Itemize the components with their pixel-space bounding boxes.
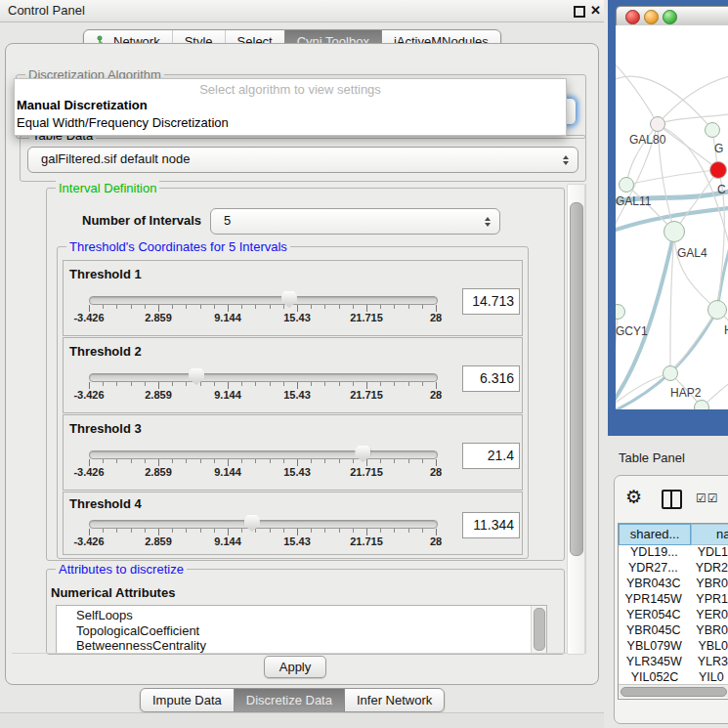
threshold-2-label: Threshold 2 <box>69 344 142 359</box>
slider-tick <box>103 529 104 533</box>
threshold-4-value-field[interactable]: 11.344 <box>462 512 520 538</box>
threshold-3-slider[interactable] <box>89 450 438 459</box>
dropdown-option-equal-width-frequency[interactable]: Equal Width/Frequency Discretization <box>15 114 566 132</box>
slider-tick-label: 15.43 <box>283 535 311 547</box>
table-row[interactable]: YLR345WYLR3 <box>619 655 728 670</box>
zoom-traffic-light[interactable] <box>663 10 677 24</box>
table-row[interactable]: YDL19...YDL1 <box>619 545 728 561</box>
slider-tick <box>366 529 367 535</box>
table-horizontal-scrollbar-thumb[interactable] <box>621 687 727 697</box>
slider-tick <box>255 459 256 463</box>
table-row[interactable]: YPR145WYPR1 <box>619 592 728 608</box>
threshold-4-slider[interactable] <box>89 520 438 529</box>
tab-infer-network[interactable]: Infer Network <box>344 689 444 711</box>
threshold-2-slider[interactable] <box>89 373 438 382</box>
tab-infer-network-label: Infer Network <box>357 689 432 711</box>
combo-arrows-icon <box>563 155 569 165</box>
threshold-2-tick-labels: -3.4262.8599.14415.4321.71528 <box>64 389 522 402</box>
columns-icon[interactable] <box>662 490 682 509</box>
table-row[interactable]: YBR045CYBR0 <box>619 623 728 639</box>
network-edges <box>616 25 728 409</box>
table-row[interactable]: YDR27...YDR2 <box>619 561 728 577</box>
threshold-3-value-field[interactable]: 21.4 <box>462 443 520 469</box>
table-row[interactable]: YIL052CYIL0 <box>619 670 728 684</box>
cell-name: YDR2 <box>688 561 728 577</box>
slider-tick-label: -3.426 <box>73 466 104 478</box>
close-traffic-light[interactable] <box>625 10 640 24</box>
slider-tick <box>339 305 340 309</box>
tab-impute-data[interactable]: Impute Data <box>141 689 234 711</box>
gear-icon[interactable]: ⚙ <box>625 486 642 508</box>
slider-tick <box>241 459 242 463</box>
slider-tick-label: 28 <box>430 535 442 547</box>
number-of-intervals-combo[interactable]: 5 <box>210 208 500 235</box>
attribute-item[interactable]: BetweennessCentrality <box>57 638 546 654</box>
network-canvas: GAL80GCGAL11GAL4GCY1HHAP2 <box>616 25 728 409</box>
slider-tick <box>270 529 271 533</box>
slider-tick <box>311 459 312 463</box>
threshold-1-value-field[interactable]: 14.713 <box>462 288 520 315</box>
slider-tick <box>255 382 256 386</box>
close-icon[interactable]: ✕ <box>590 3 601 18</box>
checkboxes-icon[interactable]: ☑☑ <box>696 492 719 505</box>
table-row[interactable]: YBR043CYBR0 <box>619 577 728 592</box>
slider-tick <box>214 382 215 386</box>
slider-tick-label: 21.715 <box>350 535 383 547</box>
slider-tick <box>241 529 242 533</box>
control-panel-title: Control Panel <box>8 3 85 18</box>
network-node-c[interactable] <box>709 161 727 179</box>
slider-tick <box>200 529 201 533</box>
attributes-group-title: Attributes to discretize <box>56 562 187 577</box>
float-window-icon[interactable] <box>574 6 585 18</box>
table-data-combo[interactable]: galFiltered.sif default node <box>27 147 578 173</box>
cell-name: YDL1 <box>690 545 728 561</box>
slider-tick <box>436 459 437 466</box>
attribute-item[interactable]: TopologicalCoefficient <box>57 623 546 639</box>
slider-tick <box>103 382 104 386</box>
cell-name: YBR0 <box>688 577 728 592</box>
slider-tick <box>380 382 381 386</box>
dropdown-option-manual-discretization[interactable]: Manual Discretization <box>15 97 566 114</box>
number-of-intervals-label: Number of Intervals <box>82 213 201 228</box>
slider-tick <box>353 529 354 533</box>
tab-discretize-data[interactable]: Discretize Data <box>234 689 344 711</box>
slider-tick <box>103 459 104 463</box>
slider-tick-label: 9.144 <box>214 389 241 401</box>
minimize-traffic-light[interactable] <box>644 10 659 24</box>
network-node-g[interactable] <box>705 122 720 138</box>
network-node-gal11[interactable] <box>619 177 634 193</box>
slider-tick <box>131 305 132 309</box>
slider-tick <box>324 459 325 463</box>
slider-tick <box>270 382 271 386</box>
threshold-2-value-field[interactable]: 6.316 <box>462 365 520 392</box>
node-label: GCY1 <box>616 324 648 338</box>
tab-impute-data-label: Impute Data <box>152 689 222 711</box>
slider-tick <box>116 529 117 533</box>
list-scrollbar[interactable] <box>531 606 546 653</box>
slider-tick <box>422 382 423 386</box>
network-node-h[interactable] <box>707 300 727 320</box>
attribute-item[interactable]: SelfLoops <box>57 606 546 623</box>
slider-tick <box>145 382 146 386</box>
panel-vertical-scrollbar-thumb[interactable] <box>570 202 583 556</box>
slider-tick <box>89 529 90 535</box>
table-header-name[interactable]: na <box>691 524 728 545</box>
network-node-hap2[interactable] <box>663 365 678 381</box>
table-row[interactable]: YBL079WYBL0 <box>619 639 728 655</box>
slider-tick-label: 21.715 <box>350 466 383 478</box>
slider-tick <box>380 305 381 309</box>
threshold-1-slider[interactable] <box>89 296 438 305</box>
list-scrollbar-thumb[interactable] <box>534 608 545 651</box>
slider-tick <box>324 382 325 386</box>
table-horizontal-scrollbar[interactable] <box>619 684 728 698</box>
network-node-gal80[interactable] <box>650 116 665 132</box>
slider-tick <box>131 459 132 463</box>
cell-shared-name: YER054C <box>619 608 688 623</box>
slider-tick-label: -3.426 <box>73 535 104 547</box>
network-node[interactable] <box>694 400 709 409</box>
table-row[interactable]: YER054CYER0 <box>619 608 728 623</box>
network-node-gal4[interactable] <box>664 221 685 242</box>
apply-button[interactable]: Apply <box>264 656 326 678</box>
table-header-shared-name[interactable]: shared... <box>619 524 691 545</box>
network-window-titlebar[interactable] <box>616 6 728 27</box>
